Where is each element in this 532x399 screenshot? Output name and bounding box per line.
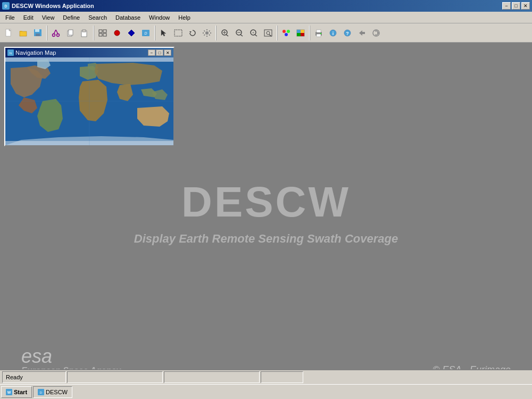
tb-settings[interactable] [200,26,214,40]
title-bar-left: D DESCW Windows Application [2,2,94,10]
navigation-map-window: N Navigation Map − □ ✕ [4,47,174,146]
svg-point-45 [287,30,290,33]
zoom-extent-button[interactable] [261,26,275,40]
nav-map-title-left: N Navigation Map [7,49,56,56]
svg-rect-19 [99,30,102,32]
svg-rect-10 [36,34,40,36]
svg-rect-51 [301,33,304,36]
close-button[interactable]: ✕ [521,2,530,10]
status-extra [261,371,303,383]
title-bar: D DESCW Windows Application − □ ✕ [0,0,532,12]
menu-database[interactable]: Database [111,13,145,22]
svg-rect-28 [174,30,182,36]
tb-back[interactable] [355,26,369,40]
maximize-button[interactable]: □ [512,2,520,10]
svg-marker-29 [189,31,192,33]
nav-map-title-text: Navigation Map [15,49,56,56]
svg-point-12 [57,34,60,36]
svg-rect-20 [103,30,106,32]
svg-point-11 [53,34,55,36]
svg-point-42 [267,31,270,35]
tb-copy[interactable] [63,26,77,40]
svg-text:N: N [10,52,12,55]
app-title: DESCW Windows Application [12,3,94,9]
svg-text:D: D [40,391,43,394]
svg-rect-54 [317,34,321,37]
toolbar-sep-4 [215,26,217,40]
tb-palette[interactable] [294,26,307,40]
tb-circle[interactable] [110,26,124,40]
tb-select[interactable] [171,26,185,40]
start-button[interactable]: W Start [1,386,32,398]
svg-rect-49 [301,30,304,33]
menu-edit[interactable]: Edit [19,13,38,22]
svg-marker-60 [359,30,362,36]
menu-define[interactable]: Define [59,13,84,22]
tb-paste[interactable] [78,26,92,40]
nav-map-title-bar: N Navigation Map − □ ✕ [5,48,173,57]
nav-map-icon: N [7,49,14,56]
minimize-button[interactable]: − [502,2,511,10]
tb-help[interactable]: ? [340,26,354,40]
svg-rect-61 [362,32,365,34]
tb-refresh[interactable] [186,26,200,40]
taskbar-item-descw[interactable]: D DESCW [33,386,72,398]
tb-info[interactable]: i [326,26,340,40]
svg-text:i: i [332,30,334,36]
toolbar-sep-5 [277,26,278,40]
menu-bar: File Edit View Define Search Database Wi… [0,12,532,23]
tb-cut[interactable] [49,26,63,40]
tb-color[interactable] [279,26,293,40]
svg-line-14 [56,30,58,34]
zoom-in-button[interactable] [218,26,232,40]
save-button[interactable] [31,26,45,40]
svg-marker-27 [161,30,166,36]
tb-pointer[interactable] [157,26,171,40]
title-controls: − □ ✕ [502,2,530,10]
new-button[interactable] [2,26,16,40]
zoom-out-button[interactable] [232,26,246,40]
nav-minimize-button[interactable]: − [148,49,155,56]
svg-rect-41 [264,30,272,36]
tb-grid[interactable] [96,26,110,40]
world-map-svg [5,57,173,145]
svg-rect-53 [317,30,321,32]
main-area: N Navigation Map − □ ✕ [0,43,532,384]
descw-title: DESCW [134,181,398,223]
app-icon: D [2,2,10,10]
svg-text:D: D [144,31,147,35]
svg-point-30 [205,31,209,35]
toolbar-sep-1 [46,26,47,40]
toolbar-sep-6 [309,26,310,40]
toolbar-sep-2 [93,26,94,40]
nav-close-button[interactable]: ✕ [164,49,171,56]
svg-text:+: + [252,31,254,35]
zoom-fit-button[interactable]: + [247,26,261,40]
descw-subtitle: Display Earth Remote Sensing Swath Cover… [134,232,398,246]
open-button[interactable] [16,26,30,40]
svg-rect-16 [69,30,73,35]
svg-rect-5 [20,31,27,36]
menu-file[interactable]: File [1,13,19,22]
status-coords [67,371,163,383]
svg-text:D: D [4,4,7,8]
menu-window[interactable]: Window [145,13,174,22]
svg-line-37 [240,35,243,36]
svg-text:W: W [7,390,11,394]
svg-point-23 [114,30,120,36]
svg-rect-22 [103,34,106,36]
menu-view[interactable]: View [38,13,59,22]
taskbar: W Start D DESCW [0,384,532,399]
tb-diamond[interactable] [124,26,138,40]
svg-point-46 [285,33,288,36]
tb-forward[interactable] [369,26,383,40]
menu-search[interactable]: Search [84,13,111,22]
tb-print[interactable] [312,26,326,40]
toolbar: D + i ? [0,23,532,43]
menu-help[interactable]: Help [174,13,195,22]
svg-point-55 [320,33,321,34]
tb-logo[interactable]: D [139,26,153,40]
nav-restore-button[interactable]: □ [156,49,163,56]
svg-text:?: ? [346,30,349,36]
center-text: DESCW Display Earth Remote Sensing Swath… [134,181,398,246]
